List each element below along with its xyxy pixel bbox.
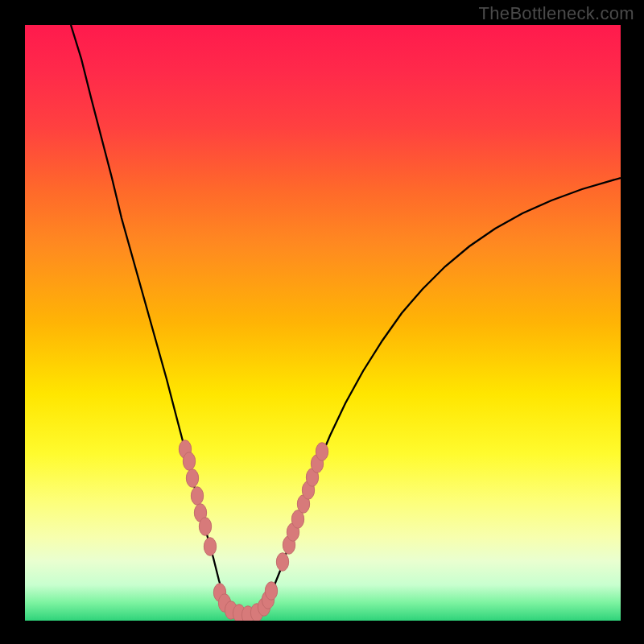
data-marker [316,443,328,461]
data-markers [179,440,328,621]
data-marker [265,582,277,601]
curve-right [244,178,621,614]
data-marker [199,518,211,536]
data-marker [191,487,203,506]
data-marker [204,538,216,556]
data-marker [183,452,195,471]
watermark-text: TheBottleneck.com [479,3,634,24]
data-marker [276,553,288,572]
plot-area [25,25,621,621]
chart-svg [25,25,621,621]
data-marker [186,469,198,488]
curve-left [71,25,244,614]
chart-stage: TheBottleneck.com [0,0,644,644]
